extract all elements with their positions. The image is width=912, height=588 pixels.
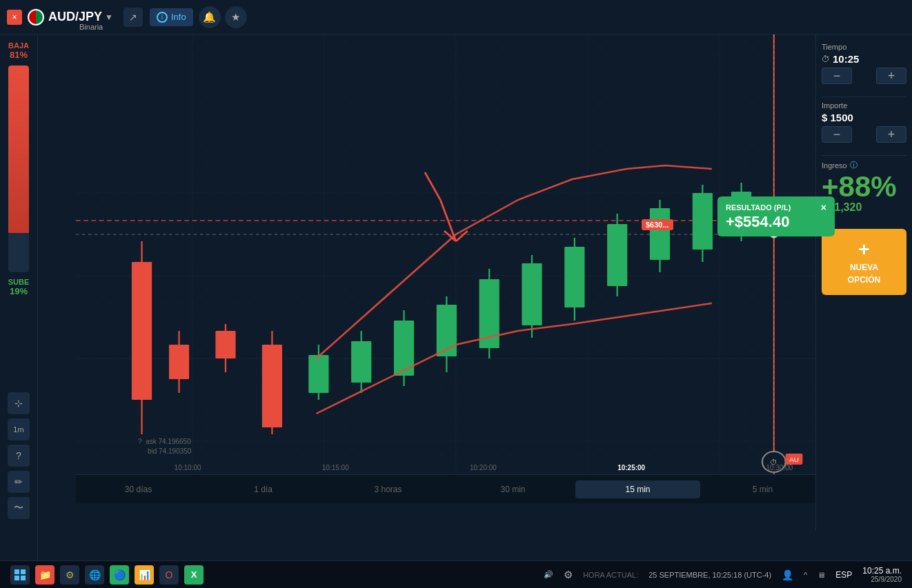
- expand-icon: ↗: [129, 12, 137, 23]
- time-3: 10:20:00: [470, 464, 497, 472]
- sube-pct: 19%: [10, 286, 28, 296]
- taskbar-chrome[interactable]: 🔵: [110, 565, 129, 585]
- tiempo-value: 10:25: [833, 53, 859, 65]
- ingreso-label: Ingreso ⓘ: [822, 160, 906, 170]
- chart-svg: ⏱ AU: [76, 34, 912, 503]
- tiempo-minus[interactable]: −: [822, 68, 852, 84]
- user-icon: 👤: [782, 569, 793, 580]
- tf-5min[interactable]: 5 min: [700, 480, 825, 498]
- svg-rect-35: [607, 224, 627, 286]
- right-panel: Tiempo ⏱ 10:25 − + Importe $ 1500 − +: [815, 34, 912, 531]
- tiempo-section: Tiempo ⏱ 10:25 − +: [822, 43, 906, 84]
- svg-rect-19: [262, 345, 282, 427]
- lang-display: ESP: [835, 570, 852, 580]
- baja-bar-fill: [8, 65, 29, 233]
- svg-rect-33: [564, 247, 584, 307]
- result-title: RESULTADO (P/L) ×: [726, 202, 826, 213]
- ask-bid-display: ? ask 74.196650 bid 74.190350: [138, 437, 191, 456]
- chart-area[interactable]: ⏱ AU 74.2015 74.1 RESULTADO (P/L) × +$55…: [76, 34, 912, 503]
- tool-help[interactable]: ?: [8, 445, 30, 467]
- svg-line-45: [425, 172, 440, 200]
- time-1: 10:10:00: [175, 464, 201, 472]
- tool-cursor[interactable]: ⊹: [8, 392, 30, 414]
- bell-button[interactable]: 🔔: [199, 6, 221, 28]
- help-circle: ?: [138, 438, 143, 445]
- chart-app-icon: 📊: [139, 569, 150, 580]
- tool-pencil[interactable]: ✏: [8, 471, 30, 493]
- tiempo-controls: − +: [822, 68, 906, 84]
- info-circle-icon: i: [157, 12, 168, 23]
- volume-icon[interactable]: 🔊: [544, 570, 553, 579]
- importe-minus[interactable]: −: [822, 126, 852, 143]
- main-content: BAJA 81% SUBE 19% ⊹ 1m ? ✏: [0, 34, 912, 560]
- star-icon: ★: [231, 11, 240, 23]
- baja-section: BAJA 81% SUBE 19%: [8, 41, 30, 296]
- help-icon: ?: [16, 450, 21, 461]
- hora-label: HORA ACTUAL:: [583, 571, 638, 579]
- cursor-icon: ⊹: [14, 398, 23, 409]
- info-button[interactable]: i Info: [150, 8, 193, 26]
- pair-name: AUD/JPY: [48, 10, 102, 24]
- importe-value: $ 1500: [822, 112, 906, 123]
- settings-icon[interactable]: ⚙: [564, 569, 573, 581]
- tf-15min[interactable]: 15 min: [575, 480, 700, 498]
- taskbar-app1[interactable]: 🌐: [85, 565, 104, 585]
- baja-bar: [8, 65, 29, 272]
- hora-value: 25 SEPTIEMBRE, 10:25:18 (UTC-4): [648, 571, 771, 579]
- taskbar: 📁 ⚙ 🌐 🔵 📊 O X: [10, 565, 204, 585]
- nueva-opcion-button[interactable]: + NUEVA OPCIÓN: [822, 229, 906, 295]
- taskbar-windows[interactable]: [10, 565, 30, 585]
- baja-label: BAJA: [8, 41, 29, 50]
- flag-icon: [28, 9, 44, 26]
- tf-30min[interactable]: 30 min: [450, 480, 575, 498]
- info-label: Info: [171, 12, 186, 22]
- svg-rect-21: [308, 355, 328, 393]
- svg-rect-31: [522, 263, 542, 325]
- league-icon: ⚙: [66, 569, 75, 580]
- importe-controls: − +: [822, 126, 906, 143]
- ask-value: ask 74.196650: [146, 438, 191, 445]
- svg-rect-17: [215, 331, 235, 358]
- taskbar-league[interactable]: ⚙: [60, 565, 79, 585]
- taskbar-opera[interactable]: O: [159, 565, 179, 585]
- tf-30dias[interactable]: 30 días: [76, 480, 201, 498]
- nueva-plus-icon: +: [827, 239, 901, 261]
- time-5: 10:30:00: [766, 464, 793, 472]
- excel-icon: X: [191, 569, 197, 580]
- sube-label: SUBE: [8, 278, 30, 286]
- taskbar-file[interactable]: 📁: [35, 565, 54, 585]
- result-close[interactable]: ×: [821, 202, 826, 213]
- time-axis: 10:10:00 10:15:00 10:20:00 10:25:00 10:3…: [114, 460, 853, 474]
- ingreso-info-icon: ⓘ: [850, 160, 858, 170]
- sys-time: 10:25 a.m.: [862, 566, 902, 576]
- svg-rect-15: [169, 345, 189, 379]
- svg-rect-54: [14, 569, 19, 574]
- pair-dropdown-arrow[interactable]: ▼: [105, 12, 113, 22]
- taskbar-chart[interactable]: 📊: [135, 565, 154, 585]
- baja-pct: 81%: [10, 50, 28, 60]
- price-badge: $630...: [642, 219, 673, 230]
- tool-wave[interactable]: 〜: [8, 497, 30, 519]
- pct-value: +88%: [822, 172, 906, 201]
- system-clock: 10:25 a.m. 25/9/2020: [862, 566, 902, 583]
- tiempo-label: Tiempo: [822, 43, 906, 51]
- tool-timeframe[interactable]: 1m: [8, 418, 30, 440]
- expand-systray[interactable]: ^: [804, 571, 807, 579]
- expand-button[interactable]: ↗: [123, 8, 143, 27]
- pencil-icon: ✏: [14, 476, 23, 487]
- taskbar-excel[interactable]: X: [184, 565, 204, 585]
- timeframe-label: 1m: [13, 425, 23, 434]
- importe-plus[interactable]: +: [876, 126, 906, 143]
- monitor-icon: 🖥: [817, 571, 825, 579]
- status-right: 🔊 ⚙ HORA ACTUAL: 25 SEPTIEMBRE, 10:25:18…: [544, 566, 902, 583]
- time-2: 10:15:00: [322, 464, 349, 472]
- status-bar: 📁 ⚙ 🌐 🔵 📊 O X 🔊 ⚙ HORA ACTUA: [0, 560, 912, 588]
- windows-icon: [14, 569, 26, 580]
- star-button[interactable]: ★: [225, 6, 247, 28]
- svg-rect-39: [693, 193, 713, 250]
- tf-1dia[interactable]: 1 día: [201, 480, 326, 498]
- tf-3horas[interactable]: 3 horas: [326, 480, 450, 498]
- close-button[interactable]: ×: [7, 10, 22, 25]
- svg-rect-37: [650, 208, 670, 260]
- tiempo-plus[interactable]: +: [876, 68, 906, 84]
